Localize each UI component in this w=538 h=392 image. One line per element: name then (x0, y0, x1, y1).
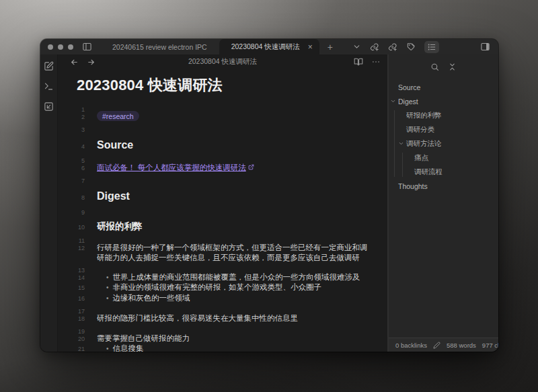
outline-list-icon[interactable] (424, 41, 439, 53)
window-body: 20230804 快速调研法 20230804 快速调研法 12#researc… (40, 54, 498, 352)
line-content: 需要掌握自己做研报的能力 (85, 334, 207, 344)
line-content (85, 262, 114, 272)
line-content: 行研是很好的一种了解一个领域框架的方式，但更适合一些已经有一定商业和调研能力的人… (85, 243, 387, 262)
editor-content[interactable]: 20230804 快速调研法 12#research34Source56面试必备… (58, 69, 387, 352)
outline-item[interactable]: 调研流程 (389, 165, 498, 179)
bullet-text: 世界上成体量的商业范围都能被覆盖，但是小众的一些方向领域很难涉及 (113, 273, 360, 281)
editor-line-6[interactable]: 6面试必备！ 每个人都应该掌握的快速调研法 (58, 163, 387, 173)
collapse-all-icon[interactable] (448, 63, 457, 71)
reading-mode-icon[interactable] (354, 57, 363, 67)
add-link-icon[interactable] (370, 42, 379, 52)
editor-line-18[interactable]: 18研报的隐形门槛比较高，很容易迷失在大量集中性的信息里 (58, 313, 387, 324)
nav-arrows (70, 58, 95, 67)
view-header-actions (354, 57, 381, 67)
line-content (85, 153, 114, 163)
line-number: 14 (58, 273, 85, 283)
editor-line-16[interactable]: 16•边缘和灰色的一些领域 (58, 293, 387, 304)
chevron-down-icon[interactable] (398, 141, 404, 147)
line-number: 10 (58, 222, 85, 233)
outline-item[interactable]: 调研方法论 (389, 136, 498, 151)
tags-icon[interactable] (406, 42, 416, 52)
tab-inactive[interactable]: 20240615 review electron IPC (100, 39, 219, 54)
outline-item[interactable]: Digest (389, 94, 498, 108)
editor-line-12[interactable]: 12行研是很好的一种了解一个领域框架的方式，但更适合一些已经有一定商业和调研能力… (58, 243, 387, 262)
editor-line-21[interactable]: 21•信息搜集 (58, 344, 387, 352)
bullet-marker: • (106, 274, 109, 281)
editor-line-20[interactable]: 20需要掌握自己做研报的能力 (58, 334, 387, 344)
close-window-button[interactable] (48, 44, 53, 50)
right-sidebar-toggle-icon[interactable] (480, 42, 490, 52)
external-link[interactable]: 面试必备！ 每个人都应该掌握的快速调研法 (97, 163, 246, 171)
editor-line-5[interactable]: 5 (58, 153, 387, 163)
tab-label: 20240615 review electron IPC (112, 43, 207, 51)
obsidian-window: 20240615 review electron IPC 20230804 快速… (40, 39, 498, 352)
character-count[interactable]: 977 characters (482, 342, 498, 349)
new-note-icon[interactable] (44, 61, 54, 71)
editor-line-1[interactable]: 1 (58, 102, 387, 112)
tab-close-icon[interactable]: × (308, 43, 313, 51)
indent-guide (402, 153, 403, 177)
minimize-window-button[interactable] (58, 44, 63, 50)
outline-item[interactable]: Source (389, 80, 498, 94)
outline-item-label: 调研分类 (389, 125, 434, 134)
line-number: 20 (58, 334, 85, 344)
traffic-lights (48, 39, 73, 54)
line-content: #research (85, 112, 157, 122)
line-content (85, 173, 114, 184)
editor-line-19[interactable]: 19 (58, 323, 387, 334)
editor-line-9[interactable]: 9 (58, 204, 387, 214)
backlinks-count[interactable]: 0 backlinks (395, 342, 427, 349)
outline-item[interactable]: 痛点 (389, 151, 498, 165)
forward-icon[interactable] (87, 58, 95, 67)
more-options-icon[interactable] (371, 57, 381, 67)
line-number: 9 (58, 208, 85, 218)
bullet-marker: • (106, 295, 109, 302)
inline-title[interactable]: 20230804 快速调研法 (77, 75, 387, 95)
editor-line-17[interactable]: 17 (58, 303, 387, 313)
titlebar: 20240615 review electron IPC 20230804 快速… (40, 39, 498, 54)
word-count[interactable]: 588 words (447, 342, 476, 349)
bullet-text: 信息搜集 (113, 344, 144, 352)
maximize-window-button[interactable] (68, 44, 73, 50)
outline-item[interactable]: Thoughts (389, 179, 498, 193)
line-number: 7 (58, 176, 85, 186)
line-content: •信息搜集 (85, 344, 161, 352)
add-embed-link-icon[interactable] (388, 42, 397, 52)
move-note-icon[interactable] (44, 102, 54, 112)
chevron-down-icon[interactable] (390, 98, 396, 104)
line-content: 研报的隐形门槛比较高，很容易迷失在大量集中性的信息里 (85, 313, 315, 323)
line-content (85, 303, 114, 313)
outline-item[interactable]: 调研分类 (389, 122, 498, 136)
tag-pill[interactable]: #research (97, 111, 139, 121)
outline-item[interactable]: 研报的利弊 (389, 108, 498, 122)
editor-lines: 12#research34Source56面试必备！ 每个人都应该掌握的快速调研… (58, 102, 387, 352)
outline-item-label: Thoughts (389, 182, 428, 190)
editor-line-13[interactable]: 13 (58, 262, 387, 272)
bullet-marker: • (106, 284, 109, 291)
editor-line-7[interactable]: 7 (58, 173, 387, 184)
line-number: 6 (58, 163, 85, 173)
editor-line-2[interactable]: 2#research (58, 112, 387, 122)
external-link-icon (248, 164, 254, 170)
tab-active[interactable]: 20230804 快速调研法 × (219, 39, 319, 54)
editor-line-15[interactable]: 15•非商业的领域很难有完整的研报，如某个游戏类型、小众圈子 (58, 282, 387, 293)
editor-line-10[interactable]: 10研报的利弊 (58, 214, 387, 233)
editor-line-4[interactable]: 4Source (58, 132, 387, 153)
editor-line-8[interactable]: 8Digest (58, 183, 387, 204)
editor-line-14[interactable]: 14•世界上成体量的商业范围都能被覆盖，但是小众的一些方向领域很难涉及 (58, 272, 387, 283)
left-sidebar-toggle-icon[interactable] (82, 39, 92, 54)
line-content (85, 204, 114, 214)
new-tab-button[interactable]: + (328, 39, 333, 54)
outline-tree: SourceDigest研报的利弊调研分类调研方法论痛点调研流程Thoughts (389, 75, 498, 338)
tab-list-chevron-icon[interactable] (352, 42, 361, 51)
search-icon[interactable] (430, 63, 439, 71)
back-icon[interactable] (70, 58, 79, 67)
terminal-icon[interactable] (44, 81, 54, 91)
line-content: 面试必备！ 每个人都应该掌握的快速调研法 (85, 163, 272, 173)
editor-line-3[interactable]: 3 (58, 122, 387, 132)
editor-line-11[interactable]: 11 (58, 233, 387, 243)
view-header: 20230804 快速调研法 (58, 54, 387, 69)
outline-item-label: Source (389, 83, 420, 91)
outline-item-label: 研报的利弊 (389, 111, 442, 120)
line-number: 18 (58, 314, 85, 324)
